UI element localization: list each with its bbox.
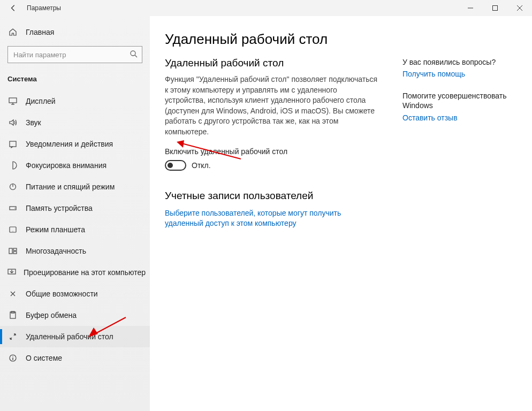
sidebar-item-label: Фокусировка внимания — [26, 161, 107, 170]
sidebar-item-3[interactable]: Фокусировка внимания — [0, 155, 150, 176]
svg-rect-1 — [493, 6, 498, 11]
content-area: Удаленный рабочий стол Удаленный рабочий… — [150, 16, 532, 411]
help-panel: У вас появились вопросы? Получить помощь… — [402, 58, 515, 135]
search-input[interactable] — [7, 46, 142, 63]
minimize-button[interactable] — [458, 0, 483, 16]
section-remote-title: Удаленный рабочий стол — [165, 57, 411, 69]
sidebar-item-label: Дисплей — [26, 97, 56, 105]
titlebar: Параметры — [0, 0, 532, 16]
remote-toggle[interactable] — [165, 160, 186, 171]
sidebar-item-0[interactable]: Дисплей — [0, 90, 150, 112]
maximize-button[interactable] — [483, 0, 507, 16]
back-button[interactable] — [5, 0, 21, 16]
select-users-link[interactable]: Выберите пользователей, которые могут по… — [165, 208, 379, 229]
toggle-state-text: Откл. — [192, 161, 211, 170]
close-button[interactable] — [507, 0, 532, 16]
section-users-title: Учетные записи пользователей — [165, 190, 411, 202]
get-help-link[interactable]: Получить помощь — [402, 70, 515, 78]
svg-rect-9 — [10, 141, 16, 147]
page-title: Удаленный рабочий стол — [165, 31, 411, 48]
svg-rect-16 — [9, 248, 12, 254]
home-link[interactable]: Главная — [0, 22, 150, 42]
sidebar-item-label: Проецирование на этот компьютер — [24, 268, 146, 277]
sidebar-item-label: Общие возможности — [26, 290, 98, 298]
sidebar-item-7[interactable]: Многозадачность — [0, 240, 150, 262]
sidebar-item-10[interactable]: Буфер обмена — [0, 305, 150, 326]
multitask-icon — [7, 246, 18, 256]
feedback-link[interactable]: Оставить отзыв — [402, 113, 515, 122]
help-question: У вас появились вопросы? — [402, 58, 515, 66]
focus-icon — [7, 160, 18, 171]
category-header: Система — [0, 72, 150, 90]
sidebar-item-label: О системе — [26, 354, 62, 362]
svg-rect-6 — [9, 98, 17, 103]
sidebar-item-9[interactable]: Общие возможности — [0, 283, 150, 305]
home-label: Главная — [26, 28, 54, 36]
storage-icon — [7, 203, 18, 214]
sidebar-item-6[interactable]: Режим планшета — [0, 219, 150, 240]
sidebar-item-11[interactable]: Удаленный рабочий стол — [0, 326, 150, 347]
toggle-label: Включить удаленный рабочий стол — [165, 147, 411, 156]
svg-point-13 — [14, 208, 16, 209]
sidebar-item-label: Удаленный рабочий стол — [26, 332, 113, 341]
home-icon — [7, 27, 18, 37]
sound-icon — [7, 117, 18, 128]
window-title: Параметры — [27, 4, 61, 12]
sidebar-item-label: Многозадачность — [26, 247, 86, 255]
about-icon — [7, 353, 18, 363]
svg-point-15 — [12, 231, 13, 231]
sidebar-item-8[interactable]: Проецирование на этот компьютер — [0, 262, 150, 283]
shared-icon — [7, 288, 18, 299]
svg-point-25 — [12, 356, 13, 357]
sidebar-item-label: Память устройства — [26, 204, 93, 212]
remote-icon — [7, 331, 18, 342]
svg-rect-17 — [13, 248, 17, 250]
sidebar-item-12[interactable]: О системе — [0, 347, 150, 369]
nav-list: ДисплейЗвукУведомления и действияФокусир… — [0, 90, 150, 411]
svg-rect-18 — [13, 252, 17, 254]
tablet-icon — [7, 224, 18, 235]
remote-description: Функция "Удаленный рабочий стол" позволя… — [165, 74, 379, 138]
sidebar-item-1[interactable]: Звук — [0, 112, 150, 133]
sidebar-item-label: Питание и спящий режим — [26, 182, 115, 191]
project-icon — [7, 267, 16, 278]
sidebar-item-label: Режим планшета — [26, 225, 85, 234]
display-icon — [7, 96, 18, 106]
clipboard-icon — [7, 310, 18, 321]
sidebar-item-5[interactable]: Память устройства — [0, 197, 150, 219]
sidebar-item-label: Буфер обмена — [26, 311, 77, 319]
feedback-prompt: Помогите усовершенствовать Windows — [402, 91, 515, 110]
power-icon — [7, 181, 18, 192]
sidebar-item-label: Звук — [26, 118, 41, 127]
sidebar-item-2[interactable]: Уведомления и действия — [0, 133, 150, 155]
sidebar-item-4[interactable]: Питание и спящий режим — [0, 176, 150, 197]
sidebar-item-label: Уведомления и действия — [26, 140, 113, 148]
notifications-icon — [7, 139, 18, 149]
sidebar: Главная Система ДисплейЗвукУведомления и… — [0, 16, 150, 411]
